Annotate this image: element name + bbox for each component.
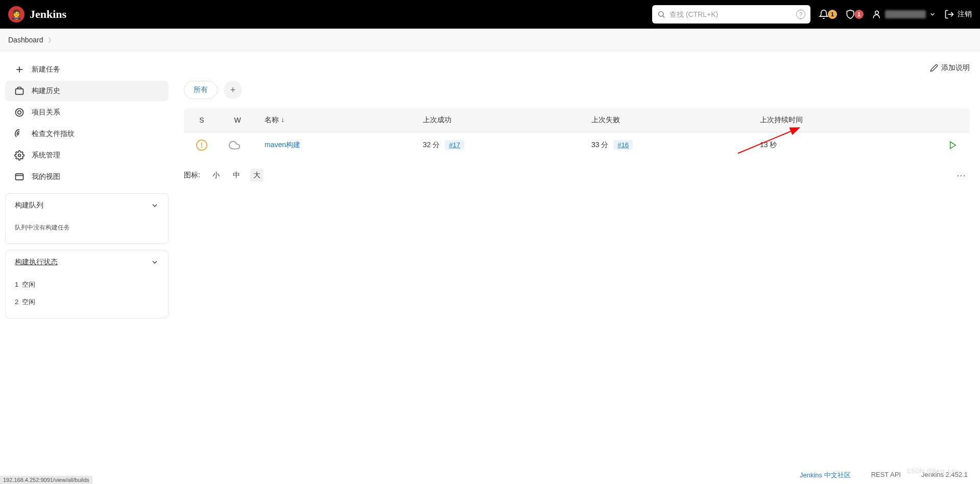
sidebar-item-label: 检查文件指纹: [32, 129, 75, 139]
search-icon: [657, 10, 665, 18]
svg-rect-10: [16, 174, 23, 180]
panel-header-executors[interactable]: 构建执行状态: [6, 250, 168, 274]
pencil-icon: [930, 64, 938, 72]
breadcrumb-dashboard[interactable]: Dashboard: [8, 36, 43, 44]
main-content: 添加说明 所有 + S W 名称 ↓ 上次成功 上次失败 上次持续时间: [174, 51, 980, 464]
svg-line-1: [663, 16, 664, 17]
sidebar-item-manage[interactable]: 系统管理: [5, 145, 169, 166]
sidebar-item-label: 新建任务: [32, 65, 60, 74]
chevron-down-icon: [929, 11, 936, 18]
chevron-down-icon: [151, 258, 159, 266]
footer: Jenkins 中文社区 REST API Jenkins 2.452.1: [0, 464, 980, 484]
panel-title: 构建队列: [15, 201, 43, 210]
svg-point-2: [875, 11, 879, 14]
bell-icon: [819, 9, 829, 19]
target-icon: [14, 107, 25, 118]
history-icon: [14, 86, 25, 96]
search-input[interactable]: [670, 10, 792, 18]
duration: 13 秒: [760, 141, 777, 149]
last-success-build-link[interactable]: #17: [445, 140, 464, 150]
icon-size-label: 图标:: [184, 171, 200, 180]
shield-icon: [845, 9, 855, 19]
username-blurred: [885, 10, 926, 18]
user-icon: [872, 9, 882, 19]
user-menu[interactable]: [872, 9, 936, 19]
logo-text: Jenkins: [30, 8, 66, 21]
top-header: 🤵 Jenkins ? 1 1 注销: [0, 0, 980, 29]
tab-all[interactable]: 所有: [184, 81, 218, 99]
build-now-icon[interactable]: [948, 141, 958, 150]
breadcrumb: Dashboard ❯: [0, 29, 980, 51]
logo[interactable]: 🤵 Jenkins: [8, 6, 66, 22]
sidebar-item-label: 项目关系: [32, 108, 60, 117]
sidebar-item-build-history[interactable]: 构建历史: [5, 81, 169, 101]
browser-status-bar: 192.168.4.252:9091/view/all/builds: [0, 476, 92, 484]
weather-cloud-icon: [229, 140, 240, 151]
footer-version: Jenkins 2.452.1: [921, 471, 968, 480]
last-success-time: 32 分: [423, 141, 440, 149]
fingerprint-icon: [14, 129, 25, 139]
bell-badge: 1: [828, 10, 837, 19]
svg-point-7: [16, 109, 23, 117]
add-tab-button[interactable]: +: [224, 81, 242, 99]
security-button[interactable]: 1: [845, 9, 864, 19]
sidebar-item-my-views[interactable]: 我的视图: [5, 167, 169, 187]
icon-size-row: 图标: 小 中 大 ⋯: [184, 167, 970, 183]
logout-icon: [944, 9, 954, 19]
sidebar: 新建任务 构建历史 项目关系 检查文件指纹 系统管理 我的视图 构建队列: [0, 51, 174, 464]
status-unstable-icon: !: [196, 140, 207, 151]
sidebar-item-label: 系统管理: [32, 151, 60, 160]
sidebar-item-fingerprint[interactable]: 检查文件指纹: [5, 124, 169, 144]
col-name[interactable]: 名称 ↓: [255, 108, 414, 132]
executor-row: 1 空闲: [15, 276, 159, 293]
shield-badge: 1: [854, 10, 864, 19]
more-options-button[interactable]: ⋯: [953, 167, 970, 183]
build-queue-panel: 构建队列 队列中没有构建任务: [5, 193, 169, 244]
chevron-right-icon: ❯: [47, 37, 52, 42]
panel-header-queue[interactable]: 构建队列: [6, 194, 168, 217]
col-last-failure[interactable]: 上次失败: [582, 108, 751, 132]
svg-point-0: [659, 12, 663, 16]
last-failure-time: 33 分: [591, 141, 608, 149]
search-box[interactable]: ?: [652, 5, 810, 24]
executor-panel: 构建执行状态 1 空闲 2 空闲: [5, 250, 169, 318]
chevron-down-icon: [151, 201, 159, 210]
icon-size-small[interactable]: 小: [209, 169, 223, 182]
logout-label: 注销: [958, 10, 972, 19]
svg-point-8: [18, 111, 21, 114]
jenkins-logo-icon: 🤵: [8, 6, 25, 22]
plus-icon: [14, 64, 25, 75]
help-icon[interactable]: ?: [796, 10, 805, 19]
notifications-button[interactable]: 1: [819, 9, 837, 19]
window-icon: [14, 172, 25, 182]
last-failure-build-link[interactable]: #16: [613, 140, 633, 150]
add-description-button[interactable]: 添加说明: [930, 63, 970, 73]
svg-point-9: [18, 154, 21, 157]
col-status[interactable]: S: [184, 108, 220, 132]
sidebar-item-new-job[interactable]: 新建任务: [5, 59, 169, 80]
logout-button[interactable]: 注销: [944, 9, 972, 19]
sidebar-item-label: 我的视图: [32, 172, 60, 181]
tabs: 所有 +: [184, 81, 970, 99]
icon-size-medium[interactable]: 中: [230, 169, 243, 182]
svg-rect-6: [16, 89, 23, 95]
executor-row: 2 空闲: [15, 293, 159, 311]
table-row: ! maven构建 32 分 #17 33 分 #16 13 秒: [184, 132, 970, 158]
sidebar-item-relations[interactable]: 项目关系: [5, 102, 169, 123]
svg-marker-12: [950, 142, 956, 149]
sidebar-item-label: 构建历史: [32, 86, 60, 96]
panel-title: 构建执行状态: [15, 258, 58, 267]
queue-empty-text: 队列中没有构建任务: [15, 219, 159, 236]
col-last-success[interactable]: 上次成功: [414, 108, 582, 132]
add-description-label: 添加说明: [941, 63, 970, 73]
footer-community-link[interactable]: Jenkins 中文社区: [800, 471, 851, 480]
footer-rest-api[interactable]: REST API: [871, 471, 901, 480]
gear-icon: [14, 150, 25, 160]
col-weather[interactable]: W: [220, 108, 255, 132]
icon-size-large[interactable]: 大: [250, 169, 264, 182]
jobs-table: S W 名称 ↓ 上次成功 上次失败 上次持续时间 ! maven构建: [184, 108, 970, 158]
col-duration[interactable]: 上次持续时间: [751, 108, 939, 132]
job-link[interactable]: maven构建: [265, 141, 300, 149]
